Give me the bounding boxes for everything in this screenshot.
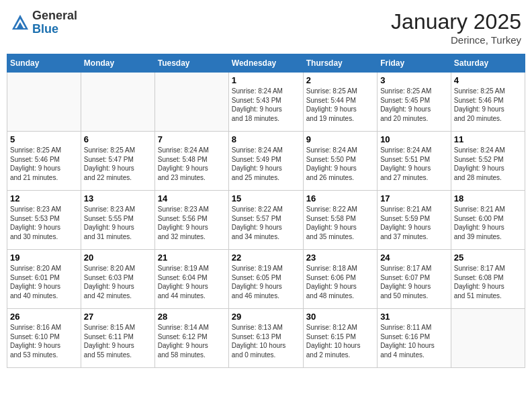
- week-row: 12Sunrise: 8:23 AM Sunset: 5:53 PM Dayli…: [7, 191, 525, 250]
- table-row: [154, 73, 228, 132]
- day-info: Sunrise: 8:13 AM Sunset: 6:13 PM Dayligh…: [232, 323, 300, 359]
- day-number: 16: [306, 193, 374, 203]
- day-info: Sunrise: 8:14 AM Sunset: 6:12 PM Dayligh…: [158, 323, 226, 359]
- table-row: 16Sunrise: 8:22 AM Sunset: 5:58 PM Dayli…: [303, 191, 377, 250]
- day-info: Sunrise: 8:20 AM Sunset: 6:03 PM Dayligh…: [84, 264, 152, 300]
- month-title: January 2025: [391, 9, 521, 34]
- col-sunday: Sunday: [7, 54, 81, 73]
- table-row: 23Sunrise: 8:18 AM Sunset: 6:06 PM Dayli…: [303, 250, 377, 309]
- day-info: Sunrise: 8:24 AM Sunset: 5:51 PM Dayligh…: [380, 146, 448, 182]
- day-info: Sunrise: 8:23 AM Sunset: 5:56 PM Dayligh…: [158, 205, 226, 241]
- table-row: 24Sunrise: 8:17 AM Sunset: 6:07 PM Dayli…: [378, 250, 451, 309]
- day-info: Sunrise: 8:24 AM Sunset: 5:48 PM Dayligh…: [158, 146, 226, 182]
- day-info: Sunrise: 8:25 AM Sunset: 5:44 PM Dayligh…: [306, 87, 374, 123]
- day-number: 11: [454, 134, 522, 144]
- day-info: Sunrise: 8:17 AM Sunset: 6:07 PM Dayligh…: [380, 264, 448, 300]
- day-info: Sunrise: 8:19 AM Sunset: 6:04 PM Dayligh…: [158, 264, 226, 300]
- day-info: Sunrise: 8:25 AM Sunset: 5:45 PM Dayligh…: [380, 87, 448, 123]
- day-info: Sunrise: 8:16 AM Sunset: 6:10 PM Dayligh…: [10, 323, 78, 359]
- day-number: 29: [232, 312, 300, 322]
- day-info: Sunrise: 8:11 AM Sunset: 6:16 PM Dayligh…: [380, 323, 448, 359]
- table-row: 10Sunrise: 8:24 AM Sunset: 5:51 PM Dayli…: [378, 132, 451, 191]
- logo-blue-text: Blue: [32, 23, 77, 36]
- day-info: Sunrise: 8:15 AM Sunset: 6:11 PM Dayligh…: [84, 323, 152, 359]
- day-info: Sunrise: 8:12 AM Sunset: 6:15 PM Dayligh…: [306, 323, 374, 359]
- table-row: 28Sunrise: 8:14 AM Sunset: 6:12 PM Dayli…: [154, 309, 228, 368]
- day-number: 2: [306, 75, 374, 85]
- day-number: 21: [158, 253, 226, 263]
- title-block: January 2025 Derince, Turkey: [391, 9, 521, 46]
- day-number: 15: [232, 193, 300, 203]
- day-number: 27: [84, 312, 152, 322]
- table-row: 22Sunrise: 8:19 AM Sunset: 6:05 PM Dayli…: [228, 250, 303, 309]
- location: Derince, Turkey: [391, 34, 521, 46]
- table-row: 6Sunrise: 8:25 AM Sunset: 5:47 PM Daylig…: [81, 132, 154, 191]
- day-info: Sunrise: 8:25 AM Sunset: 5:46 PM Dayligh…: [10, 146, 78, 182]
- day-info: Sunrise: 8:18 AM Sunset: 6:06 PM Dayligh…: [306, 264, 374, 300]
- col-wednesday: Wednesday: [228, 54, 303, 73]
- table-row: 25Sunrise: 8:17 AM Sunset: 6:08 PM Dayli…: [451, 250, 525, 309]
- day-number: 18: [454, 193, 522, 203]
- col-tuesday: Tuesday: [154, 54, 228, 73]
- week-row: 1Sunrise: 8:24 AM Sunset: 5:43 PM Daylig…: [7, 73, 525, 132]
- table-row: 14Sunrise: 8:23 AM Sunset: 5:56 PM Dayli…: [154, 191, 228, 250]
- col-friday: Friday: [378, 54, 451, 73]
- table-row: 7Sunrise: 8:24 AM Sunset: 5:48 PM Daylig…: [154, 132, 228, 191]
- table-row: 21Sunrise: 8:19 AM Sunset: 6:04 PM Dayli…: [154, 250, 228, 309]
- page-header: General Blue January 2025 Derince, Turke…: [7, 7, 525, 48]
- table-row: 27Sunrise: 8:15 AM Sunset: 6:11 PM Dayli…: [81, 309, 154, 368]
- table-row: 9Sunrise: 8:24 AM Sunset: 5:50 PM Daylig…: [303, 132, 377, 191]
- logo-text: General Blue: [32, 9, 77, 36]
- table-row: [451, 309, 525, 368]
- table-row: 30Sunrise: 8:12 AM Sunset: 6:15 PM Dayli…: [303, 309, 377, 368]
- day-number: 12: [10, 193, 78, 203]
- day-info: Sunrise: 8:23 AM Sunset: 5:53 PM Dayligh…: [10, 205, 78, 241]
- day-number: 28: [158, 312, 226, 322]
- table-row: [81, 73, 154, 132]
- table-row: 5Sunrise: 8:25 AM Sunset: 5:46 PM Daylig…: [7, 132, 81, 191]
- day-info: Sunrise: 8:24 AM Sunset: 5:43 PM Dayligh…: [232, 87, 300, 123]
- table-row: 4Sunrise: 8:25 AM Sunset: 5:46 PM Daylig…: [451, 73, 525, 132]
- table-row: 20Sunrise: 8:20 AM Sunset: 6:03 PM Dayli…: [81, 250, 154, 309]
- day-number: 19: [10, 253, 78, 263]
- table-row: [7, 73, 81, 132]
- col-saturday: Saturday: [451, 54, 525, 73]
- table-row: 19Sunrise: 8:20 AM Sunset: 6:01 PM Dayli…: [7, 250, 81, 309]
- day-number: 1: [232, 75, 300, 85]
- week-row: 19Sunrise: 8:20 AM Sunset: 6:01 PM Dayli…: [7, 250, 525, 309]
- day-number: 17: [380, 193, 448, 203]
- col-monday: Monday: [81, 54, 154, 73]
- day-info: Sunrise: 8:24 AM Sunset: 5:50 PM Dayligh…: [306, 146, 374, 182]
- weekday-header-row: Sunday Monday Tuesday Wednesday Thursday…: [7, 54, 525, 73]
- table-row: 17Sunrise: 8:21 AM Sunset: 5:59 PM Dayli…: [378, 191, 451, 250]
- table-row: 31Sunrise: 8:11 AM Sunset: 6:16 PM Dayli…: [378, 309, 451, 368]
- logo-icon: [11, 13, 30, 32]
- day-number: 25: [454, 253, 522, 263]
- day-number: 6: [84, 134, 152, 144]
- table-row: 1Sunrise: 8:24 AM Sunset: 5:43 PM Daylig…: [228, 73, 303, 132]
- day-number: 31: [380, 312, 448, 322]
- day-info: Sunrise: 8:21 AM Sunset: 5:59 PM Dayligh…: [380, 205, 448, 241]
- day-number: 8: [232, 134, 300, 144]
- col-thursday: Thursday: [303, 54, 377, 73]
- logo: General Blue: [11, 9, 77, 36]
- week-row: 26Sunrise: 8:16 AM Sunset: 6:10 PM Dayli…: [7, 309, 525, 368]
- table-row: 3Sunrise: 8:25 AM Sunset: 5:45 PM Daylig…: [378, 73, 451, 132]
- day-number: 26: [10, 312, 78, 322]
- table-row: 18Sunrise: 8:21 AM Sunset: 6:00 PM Dayli…: [451, 191, 525, 250]
- day-number: 9: [306, 134, 374, 144]
- table-row: 11Sunrise: 8:24 AM Sunset: 5:52 PM Dayli…: [451, 132, 525, 191]
- day-number: 22: [232, 253, 300, 263]
- day-number: 7: [158, 134, 226, 144]
- day-info: Sunrise: 8:17 AM Sunset: 6:08 PM Dayligh…: [454, 264, 522, 300]
- day-info: Sunrise: 8:22 AM Sunset: 5:58 PM Dayligh…: [306, 205, 374, 241]
- table-row: 2Sunrise: 8:25 AM Sunset: 5:44 PM Daylig…: [303, 73, 377, 132]
- day-info: Sunrise: 8:20 AM Sunset: 6:01 PM Dayligh…: [10, 264, 78, 300]
- day-number: 14: [158, 193, 226, 203]
- table-row: 26Sunrise: 8:16 AM Sunset: 6:10 PM Dayli…: [7, 309, 81, 368]
- table-row: 29Sunrise: 8:13 AM Sunset: 6:13 PM Dayli…: [228, 309, 303, 368]
- day-number: 10: [380, 134, 448, 144]
- week-row: 5Sunrise: 8:25 AM Sunset: 5:46 PM Daylig…: [7, 132, 525, 191]
- day-number: 24: [380, 253, 448, 263]
- day-info: Sunrise: 8:24 AM Sunset: 5:52 PM Dayligh…: [454, 146, 522, 182]
